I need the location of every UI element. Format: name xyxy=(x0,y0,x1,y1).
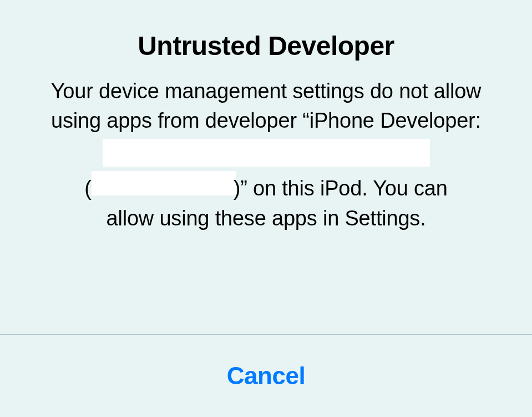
message-line-3: ( )” on this iPod. You can xyxy=(28,171,504,203)
message-line-1: Your device management settings do not a… xyxy=(28,77,504,135)
button-area: Cancel xyxy=(0,335,532,417)
message-line-4: allow using these apps in Settings. xyxy=(28,204,504,233)
dialog-title: Untrusted Developer xyxy=(28,31,504,61)
redacted-block xyxy=(103,139,430,167)
message-line-3-suffix: )” on this iPod. You can xyxy=(234,174,448,203)
open-paren: ( xyxy=(84,174,91,203)
dialog-message: Your device management settings do not a… xyxy=(28,77,504,233)
cancel-button[interactable]: Cancel xyxy=(227,362,305,390)
untrusted-developer-dialog: Untrusted Developer Your device manageme… xyxy=(0,0,532,417)
dialog-content: Untrusted Developer Your device manageme… xyxy=(0,0,532,334)
redacted-inline xyxy=(92,171,236,195)
